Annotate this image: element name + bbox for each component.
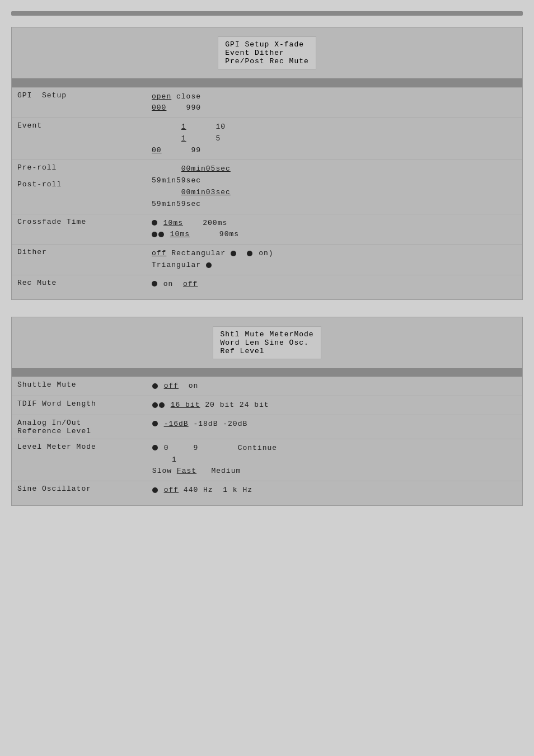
- gpi-open[interactable]: open: [152, 92, 171, 101]
- row-crossfade: Crossfade Time 10ms 200ms 10ms 90ms: [12, 214, 522, 245]
- bullet-tdif1: [152, 402, 158, 408]
- label-dither: Dither: [12, 245, 101, 275]
- section-2: Shtl Mute MeterMode Word Len Sine Osc. R…: [11, 317, 523, 506]
- header-row-2: [12, 368, 522, 377]
- bullet-tdif2: [159, 402, 165, 408]
- menu-line1: GPI Setup X-fade: [225, 40, 309, 49]
- value-gpi-setup: open close 000 990: [146, 87, 477, 118]
- postroll-main[interactable]: 00min03sec: [181, 188, 231, 196]
- bullet-analog: [152, 421, 158, 426]
- label-tdif: TDIF Word Length: [12, 396, 102, 415]
- value-rec-mute: on off: [146, 275, 477, 293]
- section-1: GPI Setup X-fade Event Dither Pre/Post R…: [11, 27, 523, 300]
- crossfade-10ms-1[interactable]: 10ms: [163, 219, 183, 227]
- value-tdif: 16 bit 20 bit 24 bit: [147, 396, 477, 415]
- settings-table-1: GPI Setup open close 000 990 Event 1 10 …: [12, 78, 522, 294]
- bullet-dither-tri: [206, 262, 212, 268]
- row-rec-mute: Rec Mute on off: [12, 275, 522, 293]
- value-crossfade: 10ms 200ms 10ms 90ms: [146, 214, 477, 245]
- top-bar: [11, 11, 523, 16]
- level-fast[interactable]: Fast: [177, 467, 196, 475]
- header2-col4: [477, 368, 522, 377]
- row-preroll-postroll: Pre-rollPost-roll 00min05sec 59min59sec …: [12, 160, 522, 214]
- value-sine-osc: off 440 Hz 1 k Hz: [147, 481, 477, 500]
- tdif-16bit[interactable]: 16 bit: [171, 401, 200, 409]
- bullet-rec-mute: [152, 281, 157, 287]
- menu-box-2: Shtl Mute MeterMode Word Len Sine Osc. R…: [213, 326, 321, 359]
- rec-mute-off[interactable]: off: [183, 280, 198, 288]
- bullet-sine: [152, 487, 158, 493]
- row-gpi-setup: GPI Setup open close 000 990: [12, 87, 522, 118]
- bullet-level: [152, 445, 158, 450]
- header-col1: [12, 78, 101, 87]
- event-00[interactable]: 00: [152, 146, 162, 154]
- menu-line2: Event Dither: [225, 49, 309, 57]
- row-dither: Dither off Rectangular on) Triangular: [12, 245, 522, 275]
- row-level-meter: Level Meter Mode 0 9 Continue 1 Slow Fas…: [12, 439, 522, 481]
- label-preroll-postroll: Pre-rollPost-roll: [12, 160, 101, 214]
- sine-off[interactable]: off: [164, 486, 179, 494]
- analog-minus16[interactable]: -16dB: [164, 420, 189, 428]
- value-level-meter: 0 9 Continue 1 Slow Fast Medium: [147, 439, 477, 481]
- row-event: Event 1 10 1 5 00 99: [12, 118, 522, 160]
- bullet-dither-on: [247, 251, 252, 256]
- bullet-crossfade2a: [152, 232, 157, 237]
- row-shuttle-mute: Shuttle Mute off on: [12, 377, 522, 396]
- label-analog-ref: Analog In/OutReference Level: [12, 415, 102, 439]
- value-preroll-postroll: 00min05sec 59min59sec 00min03sec 59min59…: [146, 160, 477, 214]
- header2-col3: [147, 368, 477, 377]
- header-col4: [477, 78, 522, 87]
- menu-box-1: GPI Setup X-fade Event Dither Pre/Post R…: [218, 36, 316, 69]
- header-row-1: [12, 78, 522, 87]
- settings-table-2: Shuttle Mute off on TDIF Word Length 16 …: [12, 368, 522, 500]
- header-col2: [101, 78, 146, 87]
- dither-off[interactable]: off: [152, 249, 166, 257]
- header2-col2: [102, 368, 147, 377]
- menu-line3: Pre/Post Rec Mute: [225, 57, 309, 65]
- label-level-meter: Level Meter Mode: [12, 439, 102, 481]
- value-event: 1 10 1 5 00 99: [146, 118, 477, 160]
- label-rec-mute: Rec Mute: [12, 275, 101, 293]
- event-1a[interactable]: 1: [181, 123, 186, 131]
- preroll-main[interactable]: 00min05sec: [181, 165, 231, 173]
- label-shuttle-mute: Shuttle Mute: [12, 377, 102, 396]
- label-sine-osc: Sine Oscillator: [12, 481, 102, 500]
- gpi-000[interactable]: 000: [152, 104, 166, 112]
- page: GPI Setup X-fade Event Dither Pre/Post R…: [11, 11, 523, 506]
- bullet-crossfade1: [152, 220, 157, 226]
- menu2-line2: Word Len Sine Osc.: [220, 339, 313, 347]
- row-sine-osc: Sine Oscillator off 440 Hz 1 k Hz: [12, 481, 522, 500]
- crossfade-10ms-2[interactable]: 10ms: [170, 230, 190, 238]
- bullet-shuttle: [152, 383, 158, 389]
- header2-col1: [12, 368, 102, 377]
- header-col3: [146, 78, 477, 87]
- value-dither: off Rectangular on) Triangular: [146, 245, 477, 275]
- bullet-crossfade2b: [158, 232, 164, 237]
- value-shuttle-mute: off on: [147, 377, 477, 396]
- label-gpi-setup: GPI Setup: [12, 87, 101, 118]
- label-event: Event: [12, 118, 101, 160]
- value-analog-ref: -16dB -18dB -20dB: [147, 415, 477, 439]
- row-analog-ref: Analog In/OutReference Level -16dB -18dB…: [12, 415, 522, 439]
- menu2-line1: Shtl Mute MeterMode: [220, 330, 313, 339]
- event-1b[interactable]: 1: [181, 134, 186, 143]
- shuttle-off[interactable]: off: [164, 382, 179, 390]
- row-tdif-word-length: TDIF Word Length 16 bit 20 bit 24 bit: [12, 396, 522, 415]
- menu2-line3: Ref Level: [220, 347, 313, 355]
- bullet-dither-rect: [231, 251, 236, 256]
- label-crossfade: Crossfade Time: [12, 214, 101, 245]
